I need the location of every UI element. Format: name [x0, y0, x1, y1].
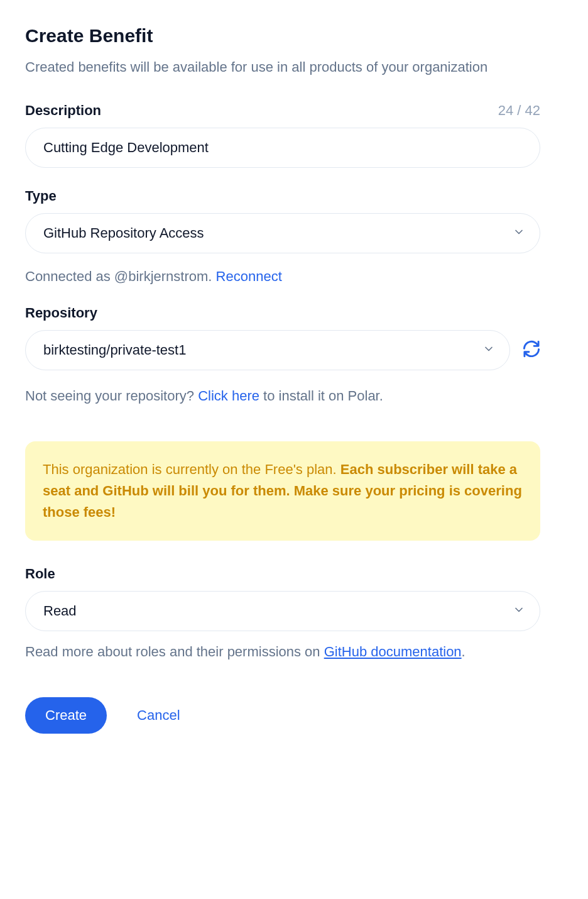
refresh-icon[interactable] [523, 340, 540, 360]
role-helper-suffix: . [462, 644, 466, 659]
warning-text-normal: This organization is currently on the Fr… [43, 461, 340, 477]
cancel-button[interactable]: Cancel [137, 707, 180, 724]
description-input[interactable] [25, 128, 540, 168]
type-label: Type [25, 188, 57, 204]
role-helper: Read more about roles and their permissi… [25, 641, 540, 662]
github-docs-link[interactable]: GitHub documentation [324, 644, 462, 659]
description-field-group: Description 24 / 42 [25, 102, 540, 168]
repository-label: Repository [25, 305, 97, 321]
repository-select[interactable]: birktesting/private-test1 [25, 330, 510, 370]
description-label: Description [25, 102, 101, 119]
connection-status: Connected as @birkjernstrom. Reconnect [25, 268, 540, 285]
repository-helper-prefix: Not seeing your repository? [25, 388, 198, 404]
role-label: Role [25, 566, 55, 582]
install-link[interactable]: Click here [198, 388, 259, 404]
type-field-group: Type GitHub Repository Access Connected … [25, 188, 540, 285]
create-button[interactable]: Create [25, 697, 107, 734]
connection-text: Connected as @birkjernstrom. [25, 268, 216, 284]
repository-field-group: Repository birktesting/private-test1 Not… [25, 305, 540, 406]
repository-helper: Not seeing your repository? Click here t… [25, 385, 540, 406]
repository-helper-suffix: to install it on Polar. [259, 388, 383, 404]
page-subtitle: Created benefits will be available for u… [25, 57, 540, 77]
role-field-group: Role Read Read more about roles and thei… [25, 566, 540, 662]
page-title: Create Benefit [25, 25, 540, 47]
role-helper-prefix: Read more about roles and their permissi… [25, 644, 324, 659]
description-char-count: 24 / 42 [498, 102, 540, 119]
role-select[interactable]: Read [25, 591, 540, 631]
warning-banner: This organization is currently on the Fr… [25, 441, 540, 541]
reconnect-link[interactable]: Reconnect [216, 268, 282, 284]
action-buttons: Create Cancel [25, 697, 540, 734]
type-select[interactable]: GitHub Repository Access [25, 213, 540, 253]
